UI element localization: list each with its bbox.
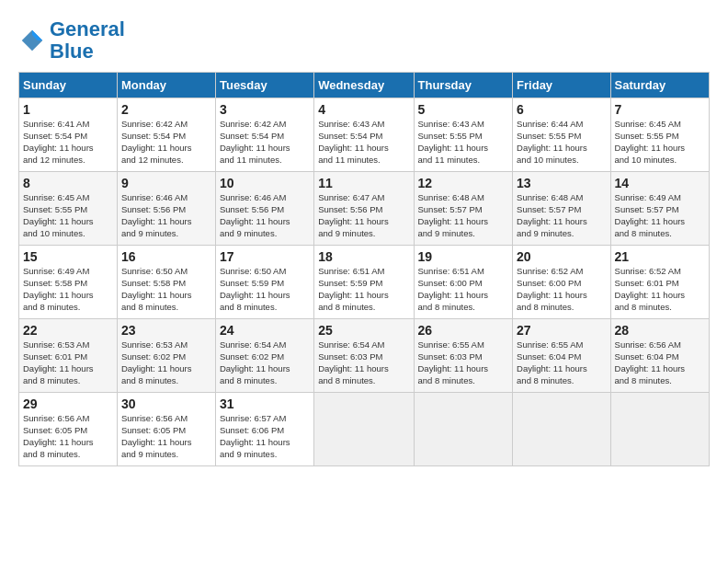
day-info: Sunrise: 6:55 AM Sunset: 6:03 PM Dayligh… — [418, 339, 509, 386]
calendar-cell: 1Sunrise: 6:41 AM Sunset: 5:54 PM Daylig… — [19, 98, 118, 172]
day-number: 24 — [220, 323, 310, 338]
day-number: 2 — [121, 102, 211, 117]
day-number: 10 — [220, 176, 310, 190]
day-info: Sunrise: 6:41 AM Sunset: 5:54 PM Dayligh… — [23, 119, 113, 166]
day-info: Sunrise: 6:50 AM Sunset: 5:58 PM Dayligh… — [121, 266, 211, 313]
calendar-header: SundayMondayTuesdayWednesdayThursdayFrid… — [19, 73, 710, 98]
calendar-cell: 31Sunrise: 6:57 AM Sunset: 6:06 PM Dayli… — [215, 393, 313, 466]
calendar-cell: 25Sunrise: 6:54 AM Sunset: 6:03 PM Dayli… — [314, 319, 414, 393]
calendar-week-row: 15Sunrise: 6:49 AM Sunset: 5:58 PM Dayli… — [19, 246, 710, 319]
calendar-cell: 22Sunrise: 6:53 AM Sunset: 6:01 PM Dayli… — [19, 319, 118, 393]
calendar-cell — [314, 393, 414, 466]
day-info: Sunrise: 6:50 AM Sunset: 5:59 PM Dayligh… — [220, 266, 310, 313]
calendar-cell — [513, 393, 610, 466]
weekday-header-tuesday: Tuesday — [215, 73, 313, 98]
calendar-cell: 6Sunrise: 6:44 AM Sunset: 5:55 PM Daylig… — [513, 98, 610, 172]
day-info: Sunrise: 6:46 AM Sunset: 5:56 PM Dayligh… — [121, 192, 211, 239]
weekday-header-thursday: Thursday — [414, 73, 513, 98]
day-info: Sunrise: 6:56 AM Sunset: 6:05 PM Dayligh… — [121, 413, 211, 460]
calendar-cell: 17Sunrise: 6:50 AM Sunset: 5:59 PM Dayli… — [215, 246, 313, 319]
day-info: Sunrise: 6:55 AM Sunset: 6:04 PM Dayligh… — [517, 339, 606, 386]
day-number: 5 — [418, 102, 509, 117]
day-info: Sunrise: 6:51 AM Sunset: 5:59 PM Dayligh… — [318, 266, 409, 313]
calendar-cell: 15Sunrise: 6:49 AM Sunset: 5:58 PM Dayli… — [19, 246, 118, 319]
day-number: 23 — [121, 323, 211, 338]
day-number: 22 — [23, 323, 113, 338]
calendar-cell: 2Sunrise: 6:42 AM Sunset: 5:54 PM Daylig… — [117, 98, 215, 172]
calendar-cell: 14Sunrise: 6:49 AM Sunset: 5:57 PM Dayli… — [610, 172, 709, 246]
calendar-cell: 7Sunrise: 6:45 AM Sunset: 5:55 PM Daylig… — [610, 98, 709, 172]
day-info: Sunrise: 6:45 AM Sunset: 5:55 PM Dayligh… — [23, 192, 113, 239]
logo-icon — [18, 27, 46, 54]
day-number: 20 — [517, 249, 606, 264]
day-info: Sunrise: 6:42 AM Sunset: 5:54 PM Dayligh… — [220, 119, 310, 166]
calendar-week-row: 22Sunrise: 6:53 AM Sunset: 6:01 PM Dayli… — [19, 319, 710, 393]
calendar-cell — [610, 393, 709, 466]
day-number: 26 — [418, 323, 509, 338]
day-info: Sunrise: 6:49 AM Sunset: 5:57 PM Dayligh… — [615, 192, 705, 239]
calendar-cell: 18Sunrise: 6:51 AM Sunset: 5:59 PM Dayli… — [314, 246, 414, 319]
calendar-cell: 26Sunrise: 6:55 AM Sunset: 6:03 PM Dayli… — [414, 319, 513, 393]
day-info: Sunrise: 6:56 AM Sunset: 6:05 PM Dayligh… — [23, 413, 113, 460]
calendar-week-row: 8Sunrise: 6:45 AM Sunset: 5:55 PM Daylig… — [19, 172, 710, 246]
calendar-cell: 28Sunrise: 6:56 AM Sunset: 6:04 PM Dayli… — [610, 319, 709, 393]
calendar-cell: 4Sunrise: 6:43 AM Sunset: 5:54 PM Daylig… — [314, 98, 414, 172]
day-number: 27 — [517, 323, 606, 338]
day-info: Sunrise: 6:53 AM Sunset: 6:01 PM Dayligh… — [23, 339, 113, 386]
day-info: Sunrise: 6:54 AM Sunset: 6:02 PM Dayligh… — [220, 339, 310, 386]
day-info: Sunrise: 6:49 AM Sunset: 5:58 PM Dayligh… — [23, 266, 113, 313]
calendar-cell: 5Sunrise: 6:43 AM Sunset: 5:55 PM Daylig… — [414, 98, 513, 172]
day-info: Sunrise: 6:42 AM Sunset: 5:54 PM Dayligh… — [121, 119, 211, 166]
day-info: Sunrise: 6:46 AM Sunset: 5:56 PM Dayligh… — [220, 192, 310, 239]
weekday-header-sunday: Sunday — [19, 73, 118, 98]
day-info: Sunrise: 6:47 AM Sunset: 5:56 PM Dayligh… — [318, 192, 409, 239]
day-number: 25 — [318, 323, 409, 338]
day-info: Sunrise: 6:52 AM Sunset: 6:00 PM Dayligh… — [517, 266, 606, 313]
day-number: 11 — [318, 176, 409, 190]
day-number: 6 — [517, 102, 606, 117]
day-number: 9 — [121, 176, 211, 190]
day-info: Sunrise: 6:48 AM Sunset: 5:57 PM Dayligh… — [517, 192, 606, 239]
calendar-cell: 29Sunrise: 6:56 AM Sunset: 6:05 PM Dayli… — [19, 393, 118, 466]
calendar-body: 1Sunrise: 6:41 AM Sunset: 5:54 PM Daylig… — [19, 98, 710, 466]
day-info: Sunrise: 6:56 AM Sunset: 6:04 PM Dayligh… — [615, 339, 705, 386]
calendar-cell: 11Sunrise: 6:47 AM Sunset: 5:56 PM Dayli… — [314, 172, 414, 246]
calendar-cell: 20Sunrise: 6:52 AM Sunset: 6:00 PM Dayli… — [513, 246, 610, 319]
calendar-week-row: 1Sunrise: 6:41 AM Sunset: 5:54 PM Daylig… — [19, 98, 710, 172]
weekday-header-saturday: Saturday — [610, 73, 709, 98]
day-number: 29 — [23, 396, 113, 411]
calendar-week-row: 29Sunrise: 6:56 AM Sunset: 6:05 PM Dayli… — [19, 393, 710, 466]
calendar-cell: 30Sunrise: 6:56 AM Sunset: 6:05 PM Dayli… — [117, 393, 215, 466]
day-number: 3 — [220, 102, 310, 117]
day-number: 8 — [23, 176, 113, 190]
day-info: Sunrise: 6:54 AM Sunset: 6:03 PM Dayligh… — [318, 339, 409, 386]
day-number: 19 — [418, 249, 509, 264]
day-number: 4 — [318, 102, 409, 117]
calendar-cell: 21Sunrise: 6:52 AM Sunset: 6:01 PM Dayli… — [610, 246, 709, 319]
day-info: Sunrise: 6:43 AM Sunset: 5:55 PM Dayligh… — [418, 119, 509, 166]
day-number: 7 — [615, 102, 705, 117]
day-number: 16 — [121, 249, 211, 264]
weekday-header-monday: Monday — [117, 73, 215, 98]
day-number: 14 — [615, 176, 705, 190]
calendar-cell: 27Sunrise: 6:55 AM Sunset: 6:04 PM Dayli… — [513, 319, 610, 393]
logo-text: General Blue — [50, 18, 125, 63]
logo: General Blue — [18, 18, 125, 63]
day-number: 31 — [220, 396, 310, 411]
calendar-cell — [414, 393, 513, 466]
calendar-cell: 9Sunrise: 6:46 AM Sunset: 5:56 PM Daylig… — [117, 172, 215, 246]
weekday-header-row: SundayMondayTuesdayWednesdayThursdayFrid… — [19, 73, 710, 98]
day-info: Sunrise: 6:57 AM Sunset: 6:06 PM Dayligh… — [220, 413, 310, 460]
day-number: 28 — [615, 323, 705, 338]
day-info: Sunrise: 6:51 AM Sunset: 6:00 PM Dayligh… — [418, 266, 509, 313]
day-info: Sunrise: 6:48 AM Sunset: 5:57 PM Dayligh… — [418, 192, 509, 239]
day-number: 17 — [220, 249, 310, 264]
day-number: 15 — [23, 249, 113, 264]
calendar-cell: 10Sunrise: 6:46 AM Sunset: 5:56 PM Dayli… — [215, 172, 313, 246]
day-info: Sunrise: 6:53 AM Sunset: 6:02 PM Dayligh… — [121, 339, 211, 386]
day-number: 1 — [23, 102, 113, 117]
weekday-header-wednesday: Wednesday — [314, 73, 414, 98]
calendar-cell: 13Sunrise: 6:48 AM Sunset: 5:57 PM Dayli… — [513, 172, 610, 246]
day-number: 18 — [318, 249, 409, 264]
day-number: 13 — [517, 176, 606, 190]
